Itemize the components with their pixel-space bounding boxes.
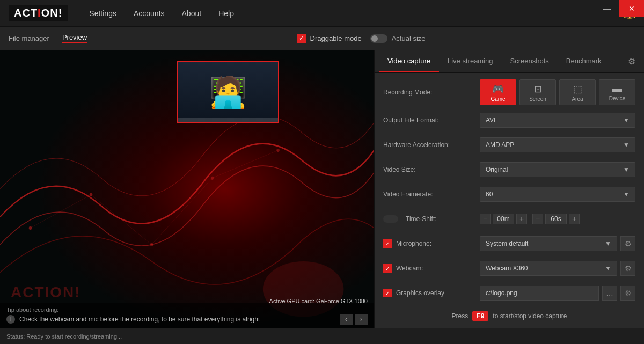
video-size-chevron: ▼ — [623, 166, 630, 173]
microphone-chevron: ▼ — [605, 240, 611, 247]
video-size-dropdown[interactable]: Original ▼ — [480, 162, 635, 177]
timeshift-label: Time-Shift: — [406, 215, 437, 223]
mode-buttons: 🎮 Game ⊡ Screen ⬚ Area — [480, 79, 635, 105]
recording-mode-row: Recording Mode: 🎮 Game ⊡ Screen — [383, 79, 635, 105]
mode-area-button[interactable]: ⬚ Area — [559, 79, 596, 105]
hardware-accel-chevron: ▼ — [623, 141, 630, 149]
nav-accounts[interactable]: Accounts — [134, 9, 165, 18]
screen-icon: ⊡ — [534, 83, 542, 95]
mode-area-label: Area — [572, 96, 583, 102]
webcam-chevron: ▼ — [605, 265, 611, 272]
game-icon: 🎮 — [492, 83, 504, 95]
graphics-overlay-path[interactable]: c:\logo.png — [480, 286, 599, 301]
preview-button[interactable]: Preview — [62, 33, 87, 43]
preview-area: 🧑‍💻 ACTION! Active GPU card: GeForce GTX… — [0, 50, 374, 328]
graphics-overlay-label: Graphics overlay — [396, 289, 444, 297]
action-logo-watermark: ACTION! — [11, 284, 81, 301]
settings-content: Recording Mode: 🎮 Game ⊡ Screen — [375, 73, 644, 328]
key-badge: F9 — [472, 311, 488, 321]
key-hint-press: Press — [452, 312, 469, 320]
timeshift-m-plus[interactable]: + — [516, 214, 527, 224]
graphics-overlay-checkbox[interactable]: ✓ — [383, 289, 392, 297]
video-framerate-label: Video Framerate: — [383, 191, 480, 198]
tip-bar: Tip about recording: i Check the webcam … — [0, 303, 374, 328]
graphics-overlay-row: ✓ Graphics overlay c:\logo.png … ⚙ — [383, 283, 635, 303]
timeshift-toggle[interactable] — [383, 215, 398, 223]
tab-benchmark[interactable]: Benchmark — [558, 50, 610, 72]
draggable-mode-label: Draggable mode — [310, 34, 362, 42]
nav-about[interactable]: About — [182, 9, 202, 18]
timeshift-m-value: 00m — [493, 214, 514, 224]
mode-screen-button[interactable]: ⊡ Screen — [519, 79, 556, 105]
area-icon: ⬚ — [573, 83, 582, 95]
timeshift-row: Time-Shift: − 00m + − 60s + — [383, 209, 635, 229]
hardware-accel-dropdown[interactable]: AMD APP ▼ — [480, 137, 635, 152]
webcam-gear-button[interactable]: ⚙ — [620, 261, 635, 276]
hardware-accel-label: Hardware Acceleration: — [383, 141, 480, 149]
mode-game-button[interactable]: 🎮 Game — [480, 79, 516, 105]
timeshift-s-plus[interactable]: + — [569, 214, 580, 224]
nav-settings[interactable]: Settings — [89, 9, 116, 18]
microphone-dropdown[interactable]: System default ▼ — [480, 236, 617, 251]
webcam-preview: 🧑‍💻 — [178, 62, 278, 122]
microphone-gear-button[interactable]: ⚙ — [620, 236, 635, 251]
tip-navigation: ‹ › — [340, 314, 368, 325]
right-panel: Video capture Live streaming Screenshots… — [374, 50, 644, 328]
webcam-value: Webcam X360 — [486, 265, 528, 272]
graphics-overlay-dots-button[interactable]: … — [602, 286, 617, 301]
mode-game-label: Game — [491, 96, 505, 102]
draggable-mode-toggle: ✓ Draggable mode — [297, 34, 362, 43]
hardware-accel-row: Hardware Acceleration: AMD APP ▼ — [383, 135, 635, 155]
output-format-row: Output File Format: AVI ▼ — [383, 111, 635, 130]
actual-size-switch[interactable] — [370, 34, 387, 43]
main-area: 🧑‍💻 ACTION! Active GPU card: GeForce GTX… — [0, 50, 644, 328]
timeshift-s-minus[interactable]: − — [532, 214, 543, 224]
tip-prev-button[interactable]: ‹ — [340, 314, 353, 325]
device-icon: ▬ — [612, 83, 622, 94]
microphone-checkbox[interactable]: ✓ — [383, 239, 392, 248]
graphics-overlay-gear-button[interactable]: ⚙ — [620, 286, 635, 301]
tab-video-capture[interactable]: Video capture — [379, 50, 439, 72]
microphone-value: System default — [486, 240, 528, 247]
key-hint: Press F9 to start/stop video capture — [383, 311, 635, 321]
hardware-accel-value: AMD APP — [486, 141, 514, 149]
topbar: ACTION! Settings Accounts About Help 🔔 — [0, 0, 644, 27]
video-size-label: Video Size: — [383, 166, 480, 173]
file-manager-button[interactable]: File manager — [9, 34, 49, 42]
minimize-button[interactable]: — — [595, 0, 619, 17]
timeshift-m-minus[interactable]: − — [480, 214, 491, 224]
video-size-row: Video Size: Original ▼ — [383, 160, 635, 179]
webcam-label: Webcam: — [396, 265, 423, 272]
webcam-overlay[interactable]: 🧑‍💻 — [177, 61, 279, 123]
video-framerate-row: Video Framerate: 60 ▼ — [383, 185, 635, 204]
mode-device-label: Device — [609, 96, 626, 101]
secondary-toolbar: File manager Preview ✓ Draggable mode Ac… — [0, 27, 644, 50]
timeshift-controls: − 00m + − 60s + — [480, 214, 635, 224]
tab-bar: Video capture Live streaming Screenshots… — [375, 50, 644, 73]
mode-screen-label: Screen — [529, 96, 546, 102]
webcam-bottom-bar — [178, 118, 278, 122]
status-text: Status: Ready to start recording/streami… — [6, 333, 122, 340]
draggable-checkbox[interactable]: ✓ — [297, 34, 306, 43]
output-format-dropdown[interactable]: AVI ▼ — [480, 113, 635, 128]
recording-mode-label: Recording Mode: — [383, 89, 480, 96]
output-format-value: AVI — [486, 116, 495, 124]
webcam-dropdown[interactable]: Webcam X360 ▼ — [480, 261, 617, 276]
tip-text: Check the webcam and mic before the reco… — [19, 316, 335, 323]
close-button[interactable]: ✕ — [619, 0, 644, 17]
mode-device-button[interactable]: ▬ Device — [599, 79, 635, 105]
nav-help[interactable]: Help — [218, 9, 234, 18]
output-format-chevron: ▼ — [623, 116, 630, 124]
nav-menu: Settings Accounts About Help — [89, 9, 234, 18]
actual-size-toggle: Actual size — [370, 34, 426, 43]
tip-info-icon: i — [6, 315, 15, 324]
tab-live-streaming[interactable]: Live streaming — [439, 50, 502, 72]
preview-background: 🧑‍💻 ACTION! Active GPU card: GeForce GTX… — [0, 50, 374, 328]
tip-next-button[interactable]: › — [355, 314, 368, 325]
webcam-checkbox[interactable]: ✓ — [383, 264, 392, 273]
video-framerate-dropdown[interactable]: 60 ▼ — [480, 187, 635, 202]
microphone-row: ✓ Microphone: System default ▼ ⚙ — [383, 234, 635, 253]
output-format-label: Output File Format: — [383, 116, 480, 124]
tab-screenshots[interactable]: Screenshots — [502, 50, 558, 72]
settings-gear-icon[interactable]: ⚙ — [624, 52, 640, 71]
